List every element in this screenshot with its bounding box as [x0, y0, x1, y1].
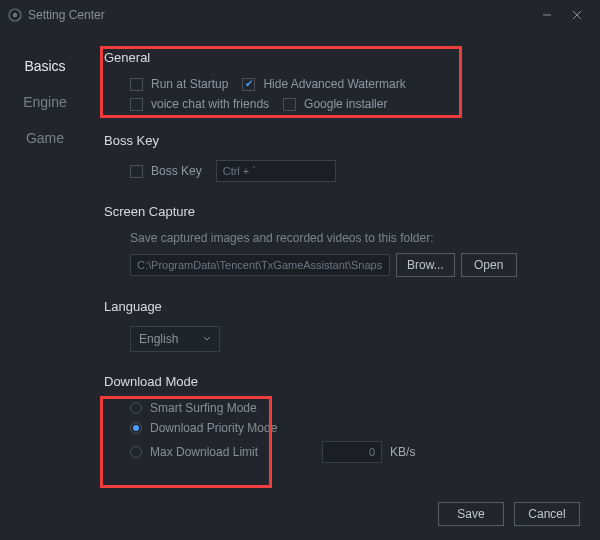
radio-label: Max Download Limit — [150, 445, 258, 459]
radio-icon — [130, 402, 142, 414]
sidebar-item-label: Engine — [23, 94, 67, 110]
sidebar-item-game[interactable]: Game — [0, 120, 90, 156]
checkbox-icon — [130, 165, 143, 178]
minimize-button[interactable] — [532, 0, 562, 30]
download-section: Download Mode Smart Surfing Mode Downloa… — [104, 374, 580, 463]
close-button[interactable] — [562, 0, 592, 30]
checkbox-label: Boss Key — [151, 164, 202, 178]
hide-watermark-checkbox[interactable]: Hide Advanced Watermark — [242, 77, 405, 91]
cancel-button[interactable]: Cancel — [514, 502, 580, 526]
bosskey-title: Boss Key — [104, 133, 580, 148]
language-value: English — [139, 332, 178, 346]
voice-chat-checkbox[interactable]: voice chat with friends — [130, 97, 269, 111]
language-section: Language English — [104, 299, 580, 352]
google-installer-checkbox[interactable]: Google installer — [283, 97, 387, 111]
footer: Save Cancel — [438, 502, 580, 526]
checkbox-label: Hide Advanced Watermark — [263, 77, 405, 91]
download-limit-unit: KB/s — [390, 445, 415, 459]
max-limit-radio[interactable]: Max Download Limit — [130, 445, 258, 459]
svg-point-1 — [13, 13, 17, 17]
language-title: Language — [104, 299, 580, 314]
general-section: General Run at Startup Hide Advanced Wat… — [104, 48, 580, 111]
main-panel: General Run at Startup Hide Advanced Wat… — [90, 30, 600, 540]
screencap-title: Screen Capture — [104, 204, 580, 219]
checkbox-label: Google installer — [304, 97, 387, 111]
chevron-down-icon — [203, 332, 211, 346]
general-title: General — [104, 50, 580, 65]
sidebar-item-label: Basics — [24, 58, 65, 74]
download-limit-input[interactable] — [322, 441, 382, 463]
bosskey-section: Boss Key Boss Key — [104, 133, 580, 182]
open-button[interactable]: Open — [461, 253, 517, 277]
radio-icon — [130, 422, 142, 434]
priority-mode-radio[interactable]: Download Priority Mode — [130, 421, 580, 435]
checkbox-icon — [130, 78, 143, 91]
sidebar: Basics Engine Game — [0, 30, 90, 540]
bosskey-input[interactable] — [216, 160, 336, 182]
checkbox-icon — [283, 98, 296, 111]
bosskey-checkbox[interactable]: Boss Key — [130, 164, 202, 178]
window-title: Setting Center — [28, 8, 532, 22]
browse-button[interactable]: Brow... — [396, 253, 455, 277]
smart-mode-radio[interactable]: Smart Surfing Mode — [130, 401, 580, 415]
language-select[interactable]: English — [130, 326, 220, 352]
app-logo-icon — [8, 8, 22, 22]
titlebar: Setting Center — [0, 0, 600, 30]
download-title: Download Mode — [104, 374, 580, 389]
radio-label: Smart Surfing Mode — [150, 401, 257, 415]
screencap-section: Screen Capture Save captured images and … — [104, 204, 580, 277]
checkbox-label: Run at Startup — [151, 77, 228, 91]
radio-icon — [130, 446, 142, 458]
sidebar-item-engine[interactable]: Engine — [0, 84, 90, 120]
sidebar-item-basics[interactable]: Basics — [0, 48, 90, 84]
settings-window: Setting Center Basics Engine Game Genera… — [0, 0, 600, 540]
checkbox-label: voice chat with friends — [151, 97, 269, 111]
sidebar-item-label: Game — [26, 130, 64, 146]
checkbox-icon — [242, 78, 255, 91]
checkbox-icon — [130, 98, 143, 111]
screencap-hint: Save captured images and recorded videos… — [130, 231, 580, 245]
run-at-startup-checkbox[interactable]: Run at Startup — [130, 77, 228, 91]
screencap-path-input[interactable] — [130, 254, 390, 276]
save-button[interactable]: Save — [438, 502, 504, 526]
radio-label: Download Priority Mode — [150, 421, 277, 435]
